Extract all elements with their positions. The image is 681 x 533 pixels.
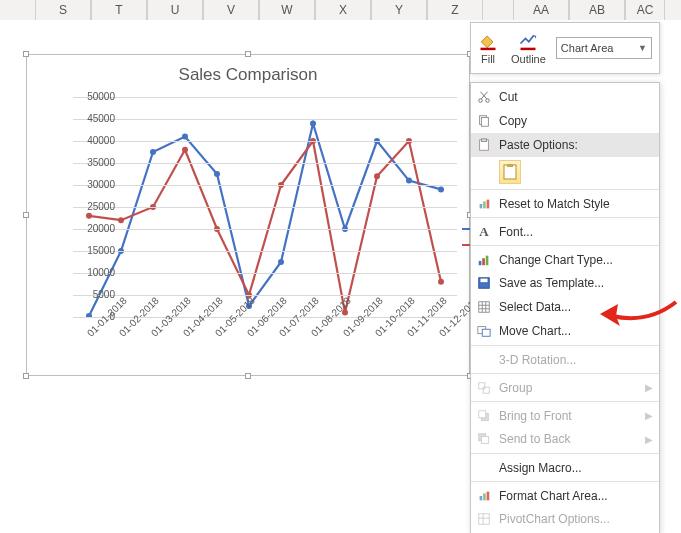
series-line[interactable] (89, 123, 441, 316)
menu-change-type-label: Change Chart Type... (499, 253, 613, 267)
svg-point-6 (278, 259, 284, 265)
font-icon: A (475, 223, 493, 241)
menu-copy-label: Copy (499, 114, 527, 128)
svg-rect-31 (481, 139, 486, 142)
y-tick-label: 40000 (71, 135, 115, 146)
svg-rect-53 (487, 491, 490, 500)
menu-assign-macro[interactable]: Assign Macro... (471, 453, 659, 479)
group-icon (475, 379, 493, 397)
series-line[interactable] (89, 141, 441, 313)
menu-reset-style[interactable]: Reset to Match Style (471, 189, 659, 215)
menu-assign-macro-label: Assign Macro... (499, 461, 582, 475)
svg-rect-48 (479, 410, 486, 417)
svg-rect-50 (481, 436, 488, 443)
svg-rect-37 (479, 260, 482, 264)
chart-title[interactable]: Sales Comparison (27, 55, 469, 85)
outline-icon (517, 31, 539, 51)
fill-icon (477, 31, 499, 51)
menu-save-template-label: Save as Template... (499, 276, 604, 290)
select-data-icon (475, 298, 493, 316)
outline-label: Outline (511, 53, 546, 65)
menu-format-chart-area[interactable]: Format Chart Area... (471, 481, 659, 507)
column-header-X[interactable]: X (315, 0, 371, 20)
chart-element-combo[interactable]: Chart Area ▼ (556, 37, 652, 59)
menu-select-data[interactable]: Select Data... (471, 295, 659, 319)
menu-send-back-label: Send to Back (499, 432, 570, 446)
menu-pivot-options-label: PivotChart Options... (499, 512, 610, 526)
menu-paste-options-label: Paste Options: (499, 138, 578, 152)
chart-type-icon (475, 251, 493, 269)
svg-point-13 (118, 217, 124, 223)
menu-format-area-label: Format Chart Area... (499, 489, 608, 503)
svg-point-27 (486, 99, 490, 103)
move-chart-icon (475, 322, 493, 340)
send-back-icon (475, 430, 493, 448)
combo-value: Chart Area (561, 42, 614, 54)
chart-container[interactable]: Sales Comparison 05000100001500020000250… (26, 54, 470, 376)
svg-rect-45 (479, 382, 485, 388)
svg-point-10 (406, 178, 412, 184)
svg-point-3 (182, 134, 188, 140)
column-header-AA[interactable]: AA (513, 0, 569, 20)
column-header-AC[interactable]: AC (625, 0, 665, 20)
svg-rect-34 (480, 204, 483, 208)
svg-point-4 (214, 171, 220, 177)
y-tick-label: 30000 (71, 179, 115, 190)
menu-send-back: Send to Back ▶ (471, 427, 659, 451)
chevron-right-icon: ▶ (645, 434, 653, 445)
menu-move-chart-label: Move Chart... (499, 324, 571, 338)
format-area-icon (475, 487, 493, 505)
context-menu: Cut Copy Paste Options: Reset to Match S… (470, 82, 660, 533)
svg-point-7 (310, 120, 316, 126)
column-header-T[interactable]: T (91, 0, 147, 20)
rotation-icon (475, 351, 493, 369)
svg-rect-52 (483, 493, 486, 500)
chevron-right-icon: ▶ (645, 382, 653, 393)
save-template-icon (475, 274, 493, 292)
paste-keep-source-button[interactable] (499, 160, 521, 184)
menu-cut-label: Cut (499, 90, 518, 104)
y-tick-label: 20000 (71, 223, 115, 234)
reset-style-icon (475, 195, 493, 213)
svg-rect-35 (483, 201, 486, 208)
svg-rect-41 (481, 279, 488, 283)
column-header-Z[interactable]: Z (427, 0, 483, 20)
svg-rect-39 (486, 255, 489, 265)
fill-label: Fill (481, 53, 495, 65)
menu-change-chart-type[interactable]: Change Chart Type... (471, 245, 659, 271)
menu-save-template[interactable]: Save as Template... (471, 271, 659, 295)
menu-cut[interactable]: Cut (471, 85, 659, 109)
column-header-S[interactable]: S (35, 0, 91, 20)
svg-rect-32 (504, 165, 516, 179)
menu-font[interactable]: A Font... (471, 217, 659, 243)
clipboard-icon (475, 136, 493, 154)
macro-icon (475, 459, 493, 477)
svg-rect-44 (482, 329, 490, 336)
column-header-U[interactable]: U (147, 0, 203, 20)
y-tick-label: 45000 (71, 113, 115, 124)
column-headers: STUVWXYZAAABAC (0, 0, 681, 20)
menu-select-data-label: Select Data... (499, 300, 571, 314)
clipboard-icon (503, 164, 517, 180)
svg-rect-33 (507, 164, 513, 167)
scissors-icon (475, 88, 493, 106)
menu-move-chart[interactable]: Move Chart... (471, 319, 659, 343)
chart-plot-area[interactable]: 0500010000150002000025000300003500040000… (73, 97, 457, 317)
svg-rect-29 (481, 118, 488, 127)
outline-button[interactable]: Outline (505, 23, 552, 73)
svg-rect-24 (481, 48, 496, 51)
menu-paste-options: Paste Options: (471, 133, 659, 157)
menu-bring-front-label: Bring to Front (499, 409, 572, 423)
menu-group: Group ▶ (471, 373, 659, 399)
menu-bring-front: Bring to Front ▶ (471, 401, 659, 427)
menu-rotation-label: 3-D Rotation... (499, 353, 576, 367)
fill-button[interactable]: Fill (471, 23, 505, 73)
column-header-Y[interactable]: Y (371, 0, 427, 20)
copy-icon (475, 112, 493, 130)
y-tick-label: 15000 (71, 245, 115, 256)
column-header-AB[interactable]: AB (569, 0, 625, 20)
column-header-W[interactable]: W (259, 0, 315, 20)
menu-copy[interactable]: Copy (471, 109, 659, 133)
svg-point-26 (479, 99, 483, 103)
column-header-V[interactable]: V (203, 0, 259, 20)
